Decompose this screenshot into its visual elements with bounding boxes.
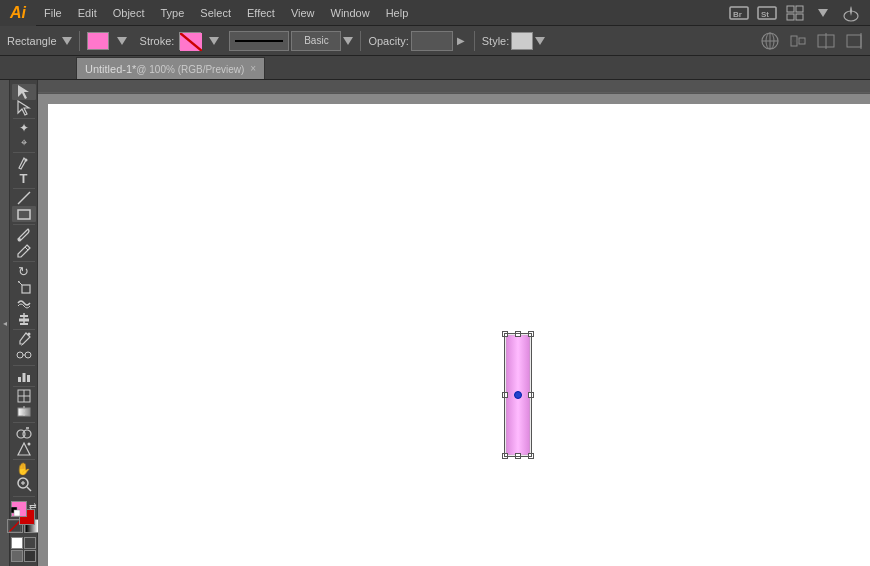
pen-tool-btn[interactable] xyxy=(12,155,36,171)
swap-colors-icon[interactable]: ⇄ xyxy=(29,501,37,511)
stroke-width-input[interactable] xyxy=(229,31,289,51)
stroke-label: Stroke: xyxy=(137,35,178,47)
zoom-tool-btn[interactable] xyxy=(12,476,36,492)
svg-rect-31 xyxy=(18,210,30,219)
tool-divider-3 xyxy=(13,188,35,189)
svg-point-44 xyxy=(25,352,31,358)
divider-2 xyxy=(360,31,361,51)
scale-tool-btn[interactable] xyxy=(12,279,36,295)
column-graph-tool-btn[interactable] xyxy=(12,368,36,384)
svg-marker-28 xyxy=(18,101,29,115)
svg-point-43 xyxy=(17,352,23,358)
options-bar: Rectangle Stroke: Basic xyxy=(0,26,870,56)
fill-dropdown-icon[interactable] xyxy=(111,32,133,50)
arrange-right-icon[interactable] xyxy=(842,29,866,53)
rotate-tool-btn[interactable]: ↻ xyxy=(12,264,36,279)
view-mode-container xyxy=(11,537,36,562)
ai-logo: Ai xyxy=(0,0,36,26)
profile-select[interactable]: Basic xyxy=(291,31,341,51)
shape-dropdown-icon[interactable] xyxy=(62,37,72,45)
mesh-tool-btn[interactable] xyxy=(12,388,36,404)
selection-tool-btn[interactable] xyxy=(12,84,36,100)
handle-bc xyxy=(515,453,521,459)
svg-text:St: St xyxy=(761,10,769,19)
svg-marker-11 xyxy=(117,37,127,45)
tool-divider-9 xyxy=(13,422,35,423)
menu-window[interactable]: Window xyxy=(323,0,378,26)
line-tool-btn[interactable] xyxy=(12,190,36,206)
view-mode3-btn[interactable] xyxy=(11,550,23,562)
style-swatch[interactable] xyxy=(511,32,533,50)
svg-marker-10 xyxy=(62,37,72,45)
svg-point-55 xyxy=(23,430,31,438)
pencil-tool-btn[interactable] xyxy=(12,243,36,259)
style-dropdown-icon[interactable] xyxy=(535,37,545,45)
bridge-icon[interactable]: Br xyxy=(728,2,750,24)
opacity-label: Opacity: xyxy=(368,35,408,47)
workspace-dropdown-icon[interactable] xyxy=(812,2,834,24)
blend-tool-btn[interactable] xyxy=(12,347,36,363)
canvas-content[interactable] xyxy=(38,94,870,566)
handle-mr xyxy=(528,392,534,398)
menu-help[interactable]: Help xyxy=(378,0,417,26)
handle-ml xyxy=(502,392,508,398)
handle-bl xyxy=(502,453,508,459)
tool-divider-4 xyxy=(13,224,35,225)
type-tool-btn[interactable]: T xyxy=(12,171,36,186)
tab-close-btn[interactable]: × xyxy=(250,63,256,74)
rect-shape[interactable] xyxy=(505,334,531,456)
svg-point-32 xyxy=(18,238,21,241)
opacity-input[interactable]: 100% xyxy=(411,31,453,51)
stroke-dropdown-icon[interactable] xyxy=(203,32,225,50)
arrange-left-icon[interactable] xyxy=(786,29,810,53)
view-mode4-btn[interactable] xyxy=(24,550,36,562)
fill-swatch[interactable] xyxy=(87,32,109,50)
magic-wand-tool-btn[interactable]: ✦ xyxy=(12,121,36,136)
menu-effect[interactable]: Effect xyxy=(239,0,283,26)
rect-tool-btn[interactable] xyxy=(12,206,36,222)
shape-builder-tool-btn[interactable] xyxy=(12,425,36,441)
menu-edit[interactable]: Edit xyxy=(70,0,105,26)
stock-icon[interactable]: St xyxy=(756,2,778,24)
view-normal-btn[interactable] xyxy=(11,537,23,549)
svg-rect-46 xyxy=(18,377,21,382)
default-colors-icon[interactable] xyxy=(11,507,20,517)
handle-tc xyxy=(515,331,521,337)
svg-marker-14 xyxy=(343,37,353,45)
tool-divider-2 xyxy=(13,152,35,153)
opacity-expand-btn[interactable]: ▶ xyxy=(455,35,467,46)
arrange-center-icon[interactable] xyxy=(814,29,838,53)
profile-dropdown-icon[interactable] xyxy=(343,37,353,45)
svg-point-29 xyxy=(24,158,27,161)
panel-collapse-handle[interactable]: ◂ xyxy=(0,80,10,566)
width-tool-btn[interactable] xyxy=(12,311,36,327)
canvas-area: // We'll do tick marks via JS below xyxy=(38,80,870,566)
workspace-icon[interactable] xyxy=(784,2,806,24)
menu-file[interactable]: File xyxy=(36,0,70,26)
tool-divider-8 xyxy=(13,386,35,387)
menu-object[interactable]: Object xyxy=(105,0,153,26)
svg-line-33 xyxy=(25,247,28,250)
eyedropper-tool-btn[interactable] xyxy=(12,331,36,347)
globe-icon[interactable] xyxy=(758,29,782,53)
menu-type[interactable]: Type xyxy=(153,0,193,26)
menu-select[interactable]: Select xyxy=(192,0,239,26)
view-mode2-btn[interactable] xyxy=(24,537,36,549)
svg-point-57 xyxy=(27,442,30,445)
svg-text:Br: Br xyxy=(733,10,742,19)
warp-tool-btn[interactable] xyxy=(12,295,36,311)
kuler-icon[interactable] xyxy=(840,2,862,24)
live-paint-tool-btn[interactable] xyxy=(12,441,36,457)
gradient-tool-btn[interactable] xyxy=(12,404,36,420)
lasso-tool-btn[interactable]: ⌖ xyxy=(12,135,36,150)
style-label: Style: xyxy=(482,35,510,47)
svg-marker-27 xyxy=(18,85,29,99)
paintbrush-tool-btn[interactable] xyxy=(12,227,36,243)
menu-bar: Ai File Edit Object Type Select Effect V… xyxy=(0,0,870,26)
document-tab[interactable]: Untitled-1*@ 100% (RGB/Preview) × xyxy=(76,57,265,79)
direct-selection-tool-btn[interactable] xyxy=(12,100,36,116)
menu-view[interactable]: View xyxy=(283,0,323,26)
handle-br xyxy=(528,453,534,459)
stroke-swatch[interactable] xyxy=(179,32,201,50)
hand-tool-btn[interactable]: ✋ xyxy=(12,462,36,477)
